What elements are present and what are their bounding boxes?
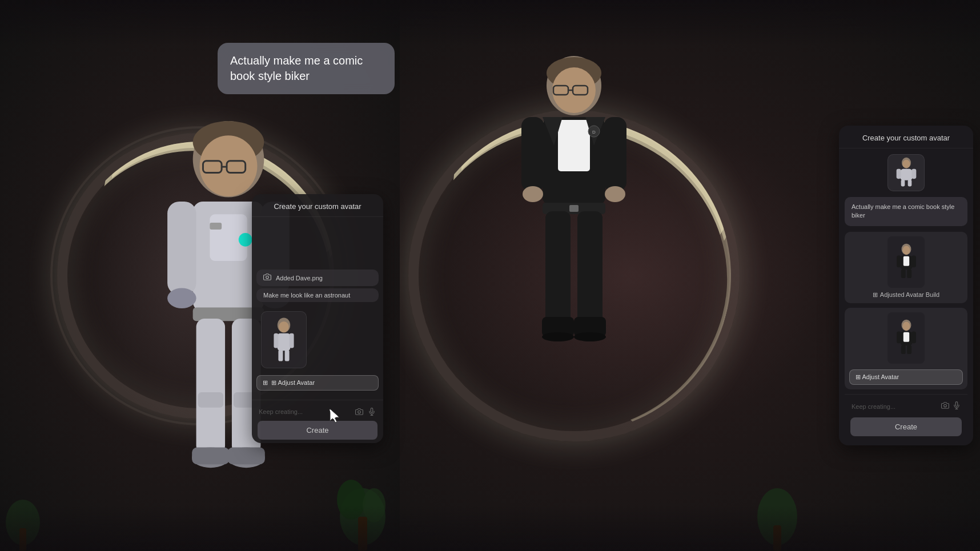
create-button-center[interactable]: Create (258, 421, 377, 440)
svg-point-87 (944, 404, 947, 407)
right-input-placeholder: Keep creating... (852, 403, 895, 410)
svg-point-57 (279, 321, 289, 332)
panel-input-row: Keep creating... (258, 405, 377, 419)
svg-rect-68 (911, 169, 916, 179)
svg-rect-76 (911, 256, 916, 268)
svg-rect-10 (167, 202, 196, 295)
svg-rect-15 (196, 319, 225, 455)
top-fade-right (400, 0, 980, 46)
svg-rect-66 (900, 169, 912, 180)
svg-rect-74 (903, 256, 909, 266)
svg-point-31 (552, 67, 596, 113)
svg-rect-67 (896, 169, 901, 179)
panel-center-content: Added Dave.png Make me look like an astr… (252, 217, 383, 400)
mic-right-icon[interactable] (953, 401, 961, 412)
history-text-astronaut: Make me look like an astronaut (263, 292, 350, 299)
right-input-area: Keep creating... (845, 394, 967, 440)
history-text-photo: Added Dave.png (276, 275, 323, 281)
svg-rect-75 (897, 256, 901, 268)
create-button-right[interactable]: Create (850, 417, 962, 436)
svg-text:D: D (592, 130, 596, 135)
svg-rect-21 (192, 448, 229, 465)
svg-point-12 (167, 288, 196, 308)
bottom-fade-right (400, 505, 980, 551)
svg-rect-47 (545, 211, 571, 325)
svg-rect-77 (901, 270, 905, 279)
svg-point-51 (542, 332, 574, 341)
top-fade-left (0, 0, 400, 46)
svg-rect-69 (901, 180, 905, 187)
svg-point-44 (605, 186, 625, 202)
svg-rect-22 (228, 448, 265, 465)
adjust-avatar-label: ⊞ Adjust Avatar (271, 379, 315, 387)
right-avatar-card-1: ⊞ Adjusted Avatar Build (845, 232, 967, 303)
adjust-icon: ⊞ (263, 379, 268, 387)
bottom-fade-left (0, 505, 400, 551)
panel-right: Create your custom avatar Actually make … (839, 126, 973, 445)
right-chat-text: Actually make me a comic book style bike… (852, 203, 954, 219)
camera-right-icon[interactable] (941, 401, 949, 412)
chat-bubble: Actually make me a comic book style bike… (218, 43, 395, 94)
svg-rect-83 (897, 332, 901, 344)
svg-point-65 (902, 160, 910, 168)
right-input-row: Keep creating... (850, 399, 962, 414)
svg-point-55 (266, 276, 269, 279)
svg-rect-82 (903, 332, 909, 342)
svg-rect-70 (907, 180, 911, 187)
svg-rect-41 (521, 117, 544, 191)
right-avatar-card-2: ⊞ Adjust Avatar (845, 308, 967, 389)
panel-input-area: Keep creating... Create (252, 400, 383, 443)
panel-spacer (252, 222, 383, 267)
right-chat-bubble: Actually make me a comic book style bike… (845, 197, 967, 226)
svg-rect-48 (577, 211, 603, 325)
panel-right-title: Create your custom avatar (839, 126, 973, 148)
avatar-preview-row (252, 304, 383, 375)
right-input-icons (941, 401, 961, 412)
panel-center: Create your custom avatar Added Dave.png… (252, 194, 383, 443)
avatar-thumbnail-inner (262, 312, 306, 368)
svg-rect-85 (901, 345, 905, 355)
svg-rect-42 (604, 117, 626, 191)
right-label-1: ⊞ Adjusted Avatar Build (873, 291, 939, 299)
svg-rect-59 (274, 333, 278, 348)
history-item-photo: Added Dave.png (256, 270, 379, 286)
panel-center-title: Create your custom avatar (252, 194, 383, 217)
svg-point-8 (239, 233, 252, 247)
svg-point-80 (902, 322, 910, 331)
biker-figure: D (488, 34, 660, 434)
adjust-avatar-button-right[interactable]: ⊞ Adjust Avatar (849, 369, 963, 385)
svg-point-72 (902, 246, 910, 255)
svg-point-52 (574, 332, 606, 341)
panel-right-content: Actually make me a comic book style bike… (839, 148, 973, 445)
svg-rect-36 (558, 120, 590, 171)
panel-input-placeholder: Keep creating... (259, 408, 303, 415)
right-avatar-thumb (887, 154, 925, 191)
svg-rect-62 (285, 350, 290, 361)
svg-rect-58 (278, 333, 290, 351)
adjust-avatar-button[interactable]: ⊞ ⊞ Adjust Avatar (256, 375, 379, 391)
svg-point-2 (200, 135, 258, 196)
svg-rect-84 (911, 332, 916, 344)
right-avatar-preview-1 (887, 236, 925, 288)
right-label-text-1: Adjusted Avatar Build (880, 291, 939, 298)
svg-point-43 (523, 186, 543, 202)
svg-rect-61 (278, 350, 283, 361)
right-avatar-preview-2 (887, 312, 925, 364)
svg-rect-86 (907, 345, 911, 355)
svg-rect-9 (210, 223, 222, 230)
svg-point-63 (358, 411, 361, 413)
mic-input-icon[interactable] (367, 407, 376, 416)
svg-rect-17 (198, 392, 224, 408)
camera-icon (263, 273, 271, 283)
grid-icon: ⊞ (873, 291, 878, 299)
svg-rect-60 (290, 333, 294, 348)
avatar-preview-thumbnail (261, 311, 307, 368)
camera-input-icon[interactable] (355, 407, 364, 416)
history-item-astronaut: Make me look like an astronaut (256, 288, 379, 302)
svg-rect-78 (907, 270, 911, 279)
chat-bubble-text: Actually make me a comic book style bike… (230, 54, 363, 82)
panel-input-icons (355, 407, 376, 416)
svg-rect-46 (569, 205, 579, 212)
